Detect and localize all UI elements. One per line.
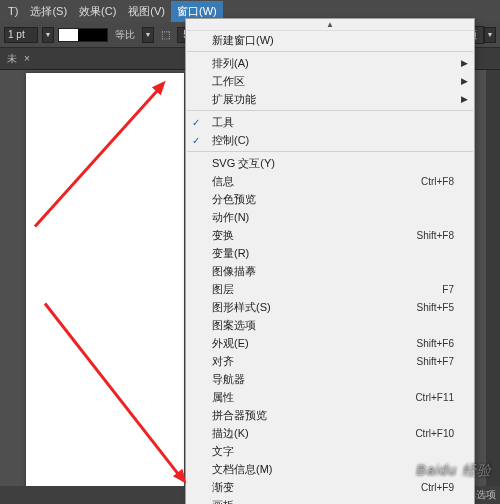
menu-shortcut: Shift+F7 [386,356,454,367]
menu-separator [187,110,473,111]
menu-item-变换[interactable]: 变换Shift+F8 [186,226,474,244]
menu-item-label: 图像描摹 [212,264,256,279]
menu-item-控制c[interactable]: ✓控制(C) [186,131,474,149]
menu-item-label: 描边(K) [212,426,249,441]
menu-item-label: 图层 [212,282,234,297]
menu-t[interactable]: T) [2,5,24,17]
profile-dropdown[interactable]: ▼ [142,27,154,43]
menu-item-文字[interactable]: 文字 [186,442,474,460]
submenu-arrow-icon: ▶ [461,76,468,86]
menu-item-信息[interactable]: 信息Ctrl+F8 [186,172,474,190]
menu-item-label: 图案选项 [212,318,256,333]
menu-视图v[interactable]: 视图(V) [122,4,171,19]
check-icon: ✓ [192,117,200,128]
menu-item-label: 分色预览 [212,192,256,207]
stroke-weight-field[interactable]: 1 pt [4,27,38,43]
right-options-dropdown[interactable]: ▼ [484,27,496,43]
menu-item-对齐[interactable]: 对齐Shift+F7 [186,352,474,370]
menu-shortcut: Shift+F5 [386,302,454,313]
menu-item-label: 新建窗口(W) [212,33,274,48]
watermark: Baidu 经验 [416,462,492,480]
window-menu-dropdown: ▲ 新建窗口(W)排列(A)▶工作区▶扩展功能▶✓工具✓控制(C)SVG 交互(… [185,18,475,504]
menu-item-工具[interactable]: ✓工具 [186,113,474,131]
profile-label: 等比 [115,28,135,42]
menu-shortcut: Ctrl+F11 [385,392,454,403]
menu-item-图层[interactable]: 图层F7 [186,280,474,298]
menu-item-label: 文字 [212,444,234,459]
menu-item-分色预览[interactable]: 分色预览 [186,190,474,208]
stroke-weight-dropdown[interactable]: ▼ [42,27,54,43]
menu-shortcut: Ctrl+F9 [391,482,454,493]
menu-效果c[interactable]: 效果(C) [73,4,122,19]
menu-shortcut: Ctrl+F8 [391,176,454,187]
menu-item-label: 外观(E) [212,336,249,351]
right-panel-collapsed[interactable] [486,70,500,490]
menu-item-导航器[interactable]: 导航器 [186,370,474,388]
menu-separator [187,51,473,52]
points-prefix-icon: ⬚ [161,29,170,40]
menu-item-属性[interactable]: 属性Ctrl+F11 [186,388,474,406]
menu-item-label: 工作区 [212,74,245,89]
menu-选择s[interactable]: 选择(S) [24,4,73,19]
menu-shortcut: F7 [412,284,454,295]
menu-item-外观e[interactable]: 外观(E)Shift+F6 [186,334,474,352]
menu-item-label: 动作(N) [212,210,249,225]
menu-item-label: 工具 [212,115,234,130]
menu-item-图案选项[interactable]: 图案选项 [186,316,474,334]
artboard[interactable] [26,73,184,504]
menu-item-变量r[interactable]: 变量(R) [186,244,474,262]
menu-item-工作区[interactable]: 工作区▶ [186,72,474,90]
menu-shortcut: Shift+F6 [386,338,454,349]
menu-item-label: 排列(A) [212,56,249,71]
menu-item-label: 画板 [212,498,234,505]
menu-item-图像描摹[interactable]: 图像描摹 [186,262,474,280]
menu-item-排列a[interactable]: 排列(A)▶ [186,54,474,72]
menu-item-label: 扩展功能 [212,92,256,107]
menu-item-label: 导航器 [212,372,245,387]
menu-item-label: 拼合器预览 [212,408,267,423]
menu-item-拼合器预览[interactable]: 拼合器预览 [186,406,474,424]
menu-item-新建窗口w[interactable]: 新建窗口(W) [186,31,474,49]
menu-item-渐变[interactable]: 渐变Ctrl+F9 [186,478,474,496]
stroke-preview[interactable] [58,28,108,42]
menu-item-label: 变换 [212,228,234,243]
menu-item-svg交互y[interactable]: SVG 交互(Y) [186,154,474,172]
menu-item-label: 渐变 [212,480,234,495]
check-icon: ✓ [192,135,200,146]
menu-item-label: 文档信息(M) [212,462,273,477]
menu-item-label: 控制(C) [212,133,249,148]
menu-item-扩展功能[interactable]: 扩展功能▶ [186,90,474,108]
submenu-arrow-icon: ▶ [461,94,468,104]
menu-separator [187,151,473,152]
menu-item-画板[interactable]: 画板 [186,496,474,504]
menu-item-描边k[interactable]: 描边(K)Ctrl+F10 [186,424,474,442]
menu-item-label: 图形样式(S) [212,300,271,315]
menu-item-label: SVG 交互(Y) [212,156,275,171]
menu-shortcut: Shift+F8 [386,230,454,241]
menu-item-label: 信息 [212,174,234,189]
menu-item-label: 属性 [212,390,234,405]
menu-item-图形样式s[interactable]: 图形样式(S)Shift+F5 [186,298,474,316]
tab-close-icon[interactable]: × [24,53,30,64]
menu-item-label: 变量(R) [212,246,249,261]
submenu-arrow-icon: ▶ [461,58,468,68]
menu-item-label: 对齐 [212,354,234,369]
menu-shortcut: Ctrl+F10 [385,428,454,439]
menu-item-动作n[interactable]: 动作(N) [186,208,474,226]
document-tab[interactable]: 未 [4,52,20,66]
menu-scroll-up-icon[interactable]: ▲ [186,19,474,31]
